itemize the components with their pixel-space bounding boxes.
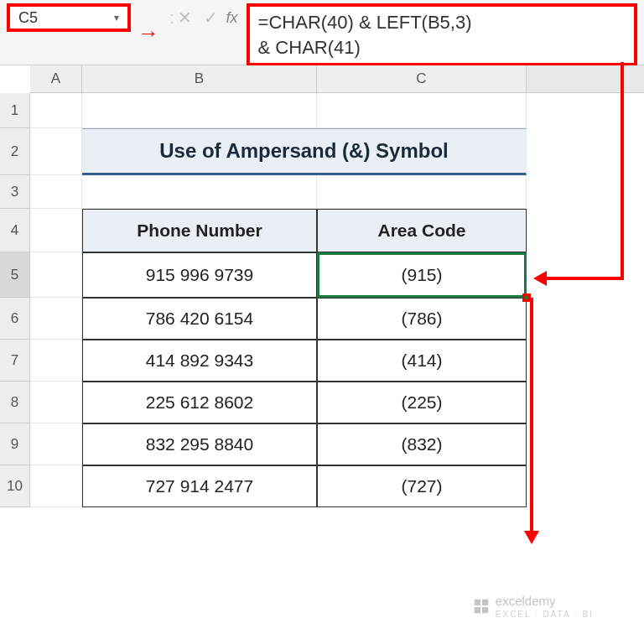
- cell-B7[interactable]: 414 892 9343: [82, 340, 317, 382]
- arrow-left-icon: [533, 271, 547, 286]
- cell-C1[interactable]: [317, 93, 527, 128]
- spreadsheet-grid: A B C 1 2 Use of Ampersand (&) Symbol 3 …: [0, 65, 644, 507]
- cell-C9[interactable]: (832): [317, 423, 527, 465]
- phone-3: 225 612 8602: [146, 392, 253, 413]
- row-header-7[interactable]: 7: [0, 340, 30, 382]
- cell-B9[interactable]: 832 295 8840: [82, 423, 317, 465]
- formula-input[interactable]: =CHAR(40) & LEFT(B5,3) & CHAR(41): [247, 3, 637, 66]
- row-3: 3: [0, 175, 644, 209]
- formula-line-1: =CHAR(40) & LEFT(B5,3): [258, 10, 626, 35]
- row-header-1[interactable]: 1: [0, 93, 30, 128]
- formula-bar: C5 ▾ → : ✕ ✓ fx =CHAR(40) & LEFT(B5,3) &…: [0, 0, 644, 65]
- phone-0: 915 996 9739: [146, 265, 253, 285]
- annotation-line-h1: [545, 277, 624, 280]
- row-header-5[interactable]: 5: [0, 252, 30, 298]
- name-box-dropdown-icon[interactable]: ▾: [114, 12, 119, 23]
- fill-handle[interactable]: [522, 293, 531, 302]
- formula-line-2: & CHAR(41): [258, 35, 626, 60]
- phone-2: 414 892 9343: [146, 351, 253, 371]
- watermark-name: exceldemy: [496, 594, 594, 608]
- name-box[interactable]: C5 ▾: [7, 3, 131, 32]
- cancel-icon[interactable]: ✕: [178, 3, 192, 32]
- cell-A6[interactable]: [30, 298, 82, 340]
- fx-icon[interactable]: fx: [226, 3, 238, 32]
- arrow-down-icon: [524, 531, 539, 544]
- area-5: (727): [401, 476, 442, 496]
- cell-B6[interactable]: 786 420 6154: [82, 298, 317, 340]
- col-header-A[interactable]: A: [30, 65, 82, 92]
- cell-A5[interactable]: [30, 252, 82, 298]
- cell-C7[interactable]: (414): [317, 340, 527, 382]
- watermark-sub: EXCEL · DATA · BI: [496, 610, 594, 619]
- annotation-line-v1: [621, 62, 624, 280]
- cell-A1[interactable]: [30, 93, 82, 128]
- cell-A2[interactable]: [30, 128, 82, 175]
- cell-C8[interactable]: (225): [317, 382, 527, 423]
- watermark: exceldemy EXCEL · DATA · BI: [472, 594, 594, 619]
- annotation-line-v2: [530, 298, 533, 532]
- row-header-4[interactable]: 4: [0, 209, 30, 252]
- header-area[interactable]: Area Code: [317, 209, 527, 252]
- cell-C5[interactable]: (915): [317, 252, 527, 298]
- row-7: 7 414 892 9343 (414): [0, 340, 644, 382]
- title-text: Use of Ampersand (&) Symbol: [159, 139, 449, 163]
- row-5: 5 915 996 9739 (915): [0, 252, 644, 298]
- cell-C3[interactable]: [317, 175, 527, 209]
- divider: :: [169, 3, 174, 32]
- header-phone-text: Phone Number: [137, 221, 262, 241]
- cell-A4[interactable]: [30, 209, 82, 252]
- col-header-C[interactable]: C: [317, 65, 527, 92]
- cell-B10[interactable]: 727 914 2477: [82, 465, 317, 507]
- row-1: 1: [0, 93, 644, 128]
- row-header-8[interactable]: 8: [0, 382, 30, 423]
- header-area-text: Area Code: [377, 221, 465, 241]
- row-4: 4 Phone Number Area Code: [0, 209, 644, 252]
- row-header-3[interactable]: 3: [0, 175, 30, 209]
- area-0: (915): [401, 265, 442, 285]
- cell-A3[interactable]: [30, 175, 82, 209]
- cell-A8[interactable]: [30, 382, 82, 423]
- row-header-6[interactable]: 6: [0, 298, 30, 340]
- row-10: 10 727 914 2477 (727): [0, 465, 644, 507]
- column-headers: A B C: [30, 65, 644, 93]
- row-header-10[interactable]: 10: [0, 465, 30, 507]
- area-2: (414): [401, 351, 442, 371]
- header-phone[interactable]: Phone Number: [82, 209, 317, 252]
- row-6: 6 786 420 6154 (786): [0, 298, 644, 340]
- row-header-9[interactable]: 9: [0, 423, 30, 465]
- enter-icon[interactable]: ✓: [204, 3, 218, 32]
- col-header-B[interactable]: B: [82, 65, 317, 92]
- cell-C6[interactable]: (786): [317, 298, 527, 340]
- formula-bar-icons: ✕ ✓: [178, 3, 218, 32]
- phone-4: 832 295 8840: [146, 434, 253, 454]
- cell-C10[interactable]: (727): [317, 465, 527, 507]
- row-2: 2 Use of Ampersand (&) Symbol: [0, 128, 644, 175]
- row-8: 8 225 612 8602 (225): [0, 382, 644, 423]
- area-1: (786): [401, 309, 442, 329]
- cell-B8[interactable]: 225 612 8602: [82, 382, 317, 423]
- row-header-2[interactable]: 2: [0, 128, 30, 175]
- area-3: (225): [401, 392, 442, 413]
- cell-B5[interactable]: 915 996 9739: [82, 252, 317, 298]
- cell-B3[interactable]: [82, 175, 317, 209]
- title-cell[interactable]: Use of Ampersand (&) Symbol: [82, 128, 527, 175]
- name-box-value: C5: [18, 9, 38, 27]
- phone-5: 727 914 2477: [146, 476, 253, 496]
- phone-1: 786 420 6154: [146, 309, 253, 329]
- cell-A7[interactable]: [30, 340, 82, 382]
- cell-A10[interactable]: [30, 465, 82, 507]
- area-4: (832): [401, 434, 442, 454]
- cell-A9[interactable]: [30, 423, 82, 465]
- watermark-icon: [472, 597, 491, 615]
- cell-B1[interactable]: [82, 93, 317, 128]
- row-9: 9 832 295 8840 (832): [0, 423, 644, 465]
- arrow-right-icon: →: [138, 18, 159, 47]
